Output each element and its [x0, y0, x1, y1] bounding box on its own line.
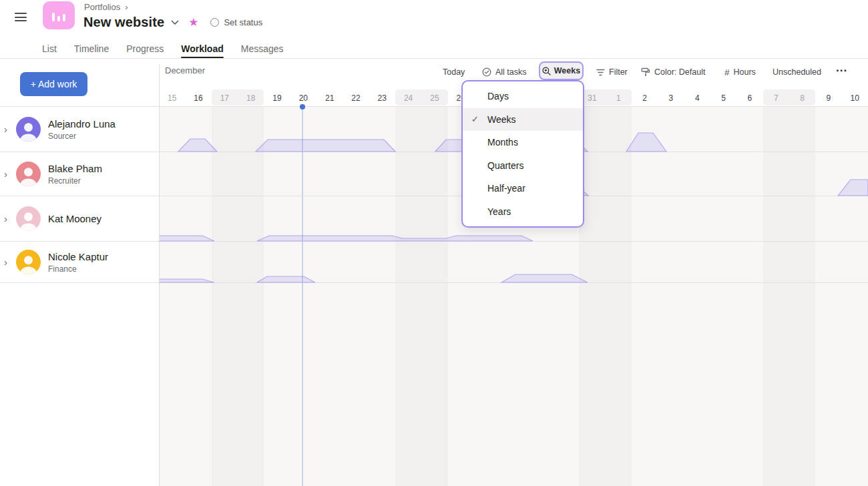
expand-chevron-icon[interactable]: ›	[4, 214, 12, 224]
date-label: 10	[851, 93, 859, 103]
date-label: 15	[168, 93, 176, 103]
menu-item-weeks[interactable]: ✓Weeks	[463, 108, 583, 132]
date-label: 22	[351, 93, 360, 103]
tab-progress[interactable]: Progress	[126, 39, 164, 58]
month-label: December	[165, 65, 205, 75]
weekend-column	[763, 107, 816, 486]
date-label: 24	[404, 93, 413, 103]
date-label: 17	[220, 93, 229, 103]
breadcrumb-portfolios[interactable]: Portfolios	[84, 2, 120, 12]
top-bar: Portfolios › New website ★ Set status Sh…	[0, 0, 868, 59]
weekend-header-chip	[395, 89, 448, 105]
portfolio-icon	[43, 1, 75, 29]
date-label: 2	[642, 93, 647, 103]
tab-workload[interactable]: Workload	[181, 39, 224, 58]
avatar	[16, 117, 41, 142]
expand-chevron-icon[interactable]: ›	[4, 169, 12, 179]
date-label: 23	[378, 93, 387, 103]
hours-button[interactable]: # Hours	[724, 64, 756, 80]
set-status-button[interactable]: Set status	[210, 17, 262, 27]
expand-chevron-icon[interactable]: ›	[4, 124, 12, 134]
page-title: New website	[83, 15, 164, 30]
date-label: 21	[325, 93, 334, 103]
person-row-kat[interactable]: › Kat Mooney	[0, 196, 159, 241]
breadcrumb[interactable]: Portfolios ›	[84, 2, 128, 12]
menu-item-half-year[interactable]: Half-year	[463, 177, 583, 200]
date-label: 25	[430, 93, 439, 103]
today-button[interactable]: Today	[443, 64, 465, 80]
weekend-column	[579, 107, 632, 486]
zoom-level-button[interactable]: Weeks	[539, 61, 584, 80]
sidebar-toggle-icon[interactable]	[15, 13, 27, 21]
filter-label: Filter	[609, 67, 628, 77]
tab-timeline[interactable]: Timeline	[74, 39, 109, 58]
date-label: 6	[748, 93, 752, 103]
weekend-header-chip	[579, 89, 632, 105]
date-label: 31	[588, 93, 596, 103]
zoom-icon	[542, 67, 551, 75]
date-label: 3	[669, 93, 674, 103]
zoom-level-label: Weeks	[554, 66, 580, 75]
menu-item-label: Months	[487, 137, 518, 148]
menu-item-label: Half-year	[487, 183, 525, 194]
workload-page: Portfolios › New website ★ Set status Sh…	[0, 0, 868, 486]
expand-chevron-icon[interactable]: ›	[4, 257, 12, 267]
date-label: 1	[616, 93, 621, 103]
person-role: Sourcer	[48, 132, 116, 141]
weekend-header-chip	[763, 89, 816, 105]
zoom-level-menu: Days✓WeeksMonthsQuartersHalf-yearYears	[461, 80, 584, 228]
weekend-header-chip	[212, 89, 264, 105]
check-icon: ✓	[471, 114, 479, 124]
more-options-button[interactable]: ...	[836, 60, 847, 76]
unscheduled-button[interactable]: Unscheduled	[773, 64, 821, 80]
person-row-blake[interactable]: › Blake Pham Recruiter	[0, 152, 159, 196]
person-role: Recruiter	[48, 176, 102, 186]
view-tabs: ListTimelineProgressWorkloadMessages	[42, 39, 284, 58]
menu-item-days[interactable]: Days	[463, 85, 583, 108]
favorite-star-icon[interactable]: ★	[188, 17, 198, 28]
weekend-column	[395, 107, 448, 486]
filter-icon	[596, 69, 605, 76]
color-button[interactable]: Color: Default	[641, 64, 705, 80]
menu-item-label: Quarters	[487, 160, 523, 171]
sidebar-chart-divider	[159, 64, 160, 486]
title-chevron-down-icon[interactable]	[171, 20, 179, 25]
date-label: 5	[721, 93, 726, 103]
menu-item-label: Days	[487, 91, 509, 101]
breadcrumb-chevron-icon: ›	[125, 2, 128, 12]
avatar	[16, 206, 41, 231]
date-label: 19	[272, 93, 281, 103]
today-label: Today	[443, 67, 465, 77]
menu-item-years[interactable]: Years	[463, 200, 583, 224]
menu-item-quarters[interactable]: Quarters	[463, 154, 583, 178]
date-label: 16	[194, 93, 202, 103]
date-label: 18	[246, 93, 255, 103]
person-name: Kat Mooney	[48, 213, 101, 224]
tab-list[interactable]: List	[42, 39, 57, 58]
add-work-button[interactable]: + Add work	[20, 72, 87, 96]
person-row-alejandro[interactable]: › Alejandro Luna Sourcer	[0, 107, 159, 152]
menu-item-label: Years	[487, 206, 511, 217]
person-row-nicole[interactable]: › Nicole Kaptur Finance	[0, 242, 159, 282]
all-tasks-filter-button[interactable]: All tasks	[482, 64, 527, 80]
date-label: 4	[695, 93, 700, 103]
filter-button[interactable]: Filter	[596, 64, 628, 80]
color-label: Color: Default	[654, 67, 705, 77]
circle-check-icon	[482, 67, 491, 77]
avatar	[16, 250, 41, 274]
paint-roller-icon	[641, 67, 650, 77]
status-circle-icon	[210, 18, 219, 27]
ellipsis-icon: ...	[836, 61, 847, 75]
date-label: 20	[299, 93, 308, 103]
unscheduled-label: Unscheduled	[773, 67, 821, 77]
date-label: 8	[800, 93, 805, 103]
avatar	[16, 162, 41, 186]
menu-item-months[interactable]: Months	[463, 131, 583, 154]
tab-messages[interactable]: Messages	[241, 39, 284, 58]
today-marker-dot	[300, 104, 305, 109]
person-name: Alejandro Luna	[48, 118, 116, 130]
person-name: Blake Pham	[48, 163, 102, 174]
all-tasks-label: All tasks	[495, 67, 527, 77]
row-separator	[0, 282, 868, 283]
tabs-divider	[0, 58, 868, 59]
